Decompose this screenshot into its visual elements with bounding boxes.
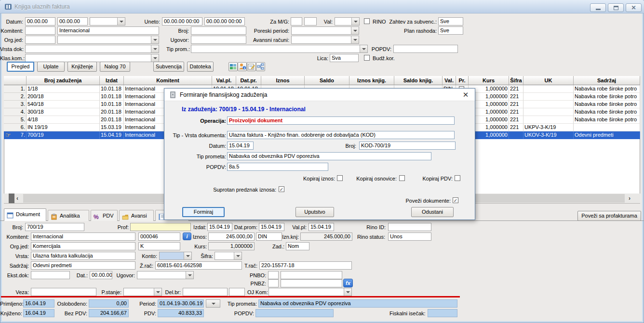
col-header-sadrzaj[interactable]: Sadržaj (574, 76, 640, 85)
doc-vrsta-select[interactable]: Ulazna faktura kalkulacija (31, 252, 135, 260)
kopiraj-osnovice-checkbox[interactable] (399, 175, 405, 181)
period-select-arrow[interactable] (206, 299, 220, 308)
doc-trac-select[interactable]: 220-15577-18 (259, 261, 352, 270)
doc-zad-select[interactable]: Nom (286, 242, 309, 250)
zahtev-select[interactable]: Sve (438, 17, 463, 26)
povezi-profakture-button[interactable]: Poveži sa profakturama (577, 211, 641, 221)
rino-id-input[interactable] (388, 223, 431, 231)
col-header-sifra[interactable]: Šifra (509, 76, 523, 85)
tab-analitika[interactable]: Analitika (48, 210, 89, 221)
col-header-kurs[interactable]: Kurs (469, 76, 509, 85)
doc-sadrzaj-input[interactable]: Odevni predmeti (31, 261, 135, 270)
scroll-left-icon[interactable]: ‹ (16, 194, 18, 204)
knjizenje-button[interactable]: Knjiženje (67, 62, 97, 72)
suprotan-checkbox[interactable]: ✓ (279, 186, 284, 192)
odustani-button[interactable]: Odustani (411, 207, 454, 217)
close-button[interactable]: ✕ (626, 3, 642, 12)
col-header-datpr[interactable]: Dat.pr. (236, 76, 261, 85)
rino-status-input[interactable]: Unos (388, 233, 431, 241)
tab-avansi[interactable]: Avansi (119, 210, 154, 221)
avansni-select[interactable] (291, 36, 359, 44)
poreski-period-select[interactable] (291, 26, 359, 35)
doc-konto-select[interactable] (159, 252, 192, 260)
user-info-icon[interactable] (238, 62, 247, 71)
doc-broj-input[interactable]: 700/19 (25, 223, 84, 231)
kopiraj-pdv-checkbox[interactable] (455, 175, 460, 181)
subvencija-button[interactable]: Subvencija (153, 62, 184, 72)
dialog-broj-input[interactable]: KOD-700/19 (359, 142, 456, 150)
col-header-rownum[interactable] (4, 76, 27, 85)
col-header-iznos-knjig[interactable]: Iznos knjig. (349, 76, 394, 85)
minimize-button[interactable] (590, 3, 606, 12)
dialog-close-icon[interactable]: ✕ (460, 90, 471, 100)
doc-sifra-select[interactable] (215, 252, 242, 260)
pregled-button[interactable]: Pregled (7, 62, 34, 72)
chevron-down-icon[interactable] (234, 252, 242, 259)
uplate-button[interactable]: Uplate (37, 62, 65, 72)
ugovor-filter-input[interactable] (191, 36, 246, 44)
scrollbar-block[interactable] (9, 194, 14, 203)
col-header-saldo[interactable]: Saldo (305, 76, 349, 85)
col-header-komitent[interactable]: Komitent (124, 76, 212, 85)
doc-ugovor-select[interactable] (137, 271, 194, 279)
table-add-icon[interactable] (228, 62, 238, 71)
chevron-down-icon[interactable] (351, 18, 359, 25)
za-m-input[interactable] (291, 17, 302, 26)
col-header-valpl[interactable]: Val.pl. (212, 76, 236, 85)
komitent-select[interactable]: Internacional (57, 26, 159, 35)
doc-ekst-input[interactable] (31, 271, 70, 279)
kopiraj-iznos-checkbox[interactable] (337, 175, 343, 181)
datum-preset-select[interactable] (90, 17, 125, 26)
povezi-dokumente-checkbox[interactable]: ✓ (453, 197, 458, 203)
pnbz-input[interactable] (281, 279, 342, 287)
formiraj-button[interactable]: Formiraj (182, 207, 225, 217)
plan-rashoda-select[interactable]: Sve (438, 26, 463, 35)
chevron-down-icon[interactable] (184, 252, 191, 259)
doc-zrac-select[interactable]: 60815-601-662598 (155, 261, 242, 270)
col-header-uk[interactable]: UK (523, 76, 574, 85)
doc-komitent-code-select[interactable]: 000046 (138, 233, 180, 241)
pstanje-select[interactable] (123, 288, 162, 296)
col-header-pr[interactable]: Pr. (456, 76, 469, 85)
doc-valuta-select[interactable]: DIN (256, 233, 282, 241)
scroll-right-icon[interactable]: › (629, 194, 631, 204)
broj-filter-input[interactable] (191, 26, 246, 35)
chevron-down-icon[interactable] (344, 288, 351, 296)
doc-orgjed-select[interactable]: Komercijala (31, 242, 135, 250)
orgjed-code-input[interactable] (25, 36, 55, 44)
datum-to-input[interactable]: 00.00.00 (57, 17, 88, 26)
chevron-down-icon[interactable] (360, 45, 367, 52)
col-header-broj[interactable]: Broj zaduženja (27, 76, 100, 85)
col-header-val[interactable]: Val. (443, 76, 456, 85)
doc-orgjed-code-select[interactable]: K (138, 242, 180, 250)
ojkom-select[interactable] (268, 288, 352, 296)
tip-vrsta-select[interactable]: Ulazna faktura - Knjižno finan. odobrenj… (227, 131, 455, 139)
datoteka-button[interactable]: Datoteka (187, 62, 214, 72)
veza-input[interactable] (31, 288, 96, 296)
tip-prom-select[interactable] (191, 45, 368, 53)
uputstvo-button[interactable]: Uputstvo (295, 207, 334, 217)
chevron-down-icon[interactable] (117, 18, 125, 25)
doc-iznos-input[interactable]: 245.000,00 (208, 233, 255, 241)
pnbo-code-input[interactable] (268, 271, 279, 279)
doc-datprom-input[interactable]: 15.04.19 (259, 223, 284, 231)
datum-from-input[interactable]: 00.00.00 (25, 17, 55, 26)
orgjed-select[interactable] (57, 36, 159, 44)
chevron-down-icon[interactable] (154, 288, 161, 296)
doc-komitent-select[interactable]: Internacional (31, 233, 135, 241)
doc-izdat-input[interactable]: 15.04.19 (207, 223, 232, 231)
chevron-down-icon[interactable] (151, 36, 159, 43)
val-select[interactable] (335, 17, 360, 26)
rino-checkbox[interactable] (364, 18, 370, 24)
chevron-down-icon[interactable] (151, 54, 159, 62)
tab-pdv[interactable]: % PDV (91, 210, 118, 221)
uneto-to-input[interactable]: 00.00.00 00:00 (204, 17, 245, 26)
col-header-izdat[interactable]: Izdat (100, 76, 124, 85)
budz-kor-checkbox[interactable] (364, 55, 370, 61)
pnbz-code-input[interactable] (268, 279, 279, 287)
operacija-select[interactable]: Proizvoljni dokument (227, 116, 455, 125)
doc-prof-input[interactable] (130, 223, 191, 231)
chevron-down-icon[interactable] (351, 36, 359, 43)
doc-valpl-input[interactable]: 15.04.19 (309, 223, 334, 231)
restore-button[interactable] (608, 3, 624, 12)
